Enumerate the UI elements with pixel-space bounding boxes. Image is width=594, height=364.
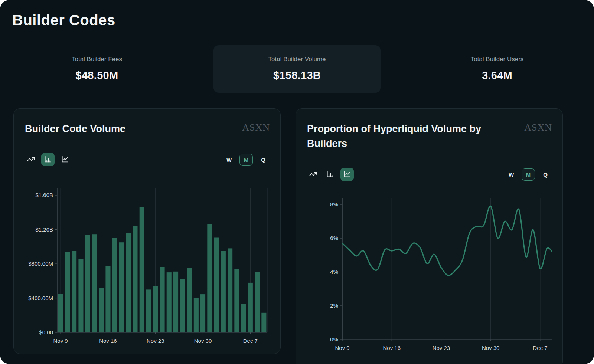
- stat-label: Total Builder Volume: [213, 56, 381, 63]
- range-group: W M Q: [222, 154, 270, 166]
- trend-view-button[interactable]: [306, 168, 320, 181]
- stats-row: Total Builder Fees $48.50M Total Builder…: [0, 45, 594, 93]
- asxn-watermark: ASXN: [242, 122, 270, 133]
- chart-toolbar: W M Q: [24, 153, 270, 166]
- volume-bar[interactable]: [146, 289, 151, 332]
- svg-text:Nov 16: Nov 16: [99, 338, 117, 344]
- proportion-line[interactable]: [342, 206, 552, 275]
- line-chart-icon: [61, 155, 69, 164]
- volume-bar[interactable]: [180, 279, 185, 333]
- svg-text:Nov 16: Nov 16: [383, 345, 401, 351]
- volume-bar[interactable]: [112, 238, 117, 332]
- volume-bar[interactable]: [221, 251, 226, 332]
- range-week-button[interactable]: W: [222, 154, 236, 166]
- panel-proportion-of-volume: Proportion of Hyperliquid Volume by Buil…: [296, 108, 563, 364]
- volume-bar[interactable]: [214, 238, 219, 333]
- svg-text:Nov 30: Nov 30: [482, 345, 500, 351]
- trend-view-button[interactable]: [24, 153, 37, 166]
- svg-text:Nov 9: Nov 9: [335, 345, 349, 351]
- volume-bar[interactable]: [187, 268, 192, 332]
- volume-bar[interactable]: [92, 234, 97, 332]
- range-month-button[interactable]: M: [522, 168, 535, 181]
- line-view-button[interactable]: [340, 168, 354, 181]
- bar-chart-icon: [44, 155, 52, 164]
- bar-view-button[interactable]: [41, 153, 55, 166]
- volume-bar[interactable]: [194, 298, 199, 332]
- svg-text:$400.00M: $400.00M: [28, 295, 53, 301]
- volume-bar[interactable]: [119, 242, 124, 332]
- volume-bar[interactable]: [58, 294, 63, 332]
- volume-bar[interactable]: [248, 283, 253, 332]
- stat-value: $158.13B: [213, 69, 381, 82]
- bar-chart-icon: [326, 170, 334, 179]
- volume-bar[interactable]: [261, 313, 266, 332]
- range-quarter-button[interactable]: Q: [539, 168, 552, 181]
- line-chart-icon: [343, 170, 351, 179]
- range-quarter-button[interactable]: Q: [257, 154, 270, 166]
- svg-text:$0.00: $0.00: [39, 329, 53, 335]
- chart-type-group: [24, 153, 72, 166]
- volume-bar[interactable]: [126, 233, 131, 332]
- volume-bar[interactable]: [228, 248, 232, 332]
- volume-bar[interactable]: [85, 235, 90, 333]
- svg-text:4%: 4%: [330, 269, 338, 275]
- svg-text:Nov 9: Nov 9: [53, 338, 68, 344]
- trending-up-icon: [309, 170, 317, 179]
- volume-bar[interactable]: [173, 272, 178, 332]
- stat-label: Total Builder Fees: [13, 56, 180, 63]
- stat-total-builder-fees[interactable]: Total Builder Fees $48.50M: [13, 45, 180, 93]
- svg-text:$1.20B: $1.20B: [35, 226, 53, 233]
- proportion-of-volume-chart[interactable]: 0%2%4%6%8%Nov 9Nov 16Nov 23Nov 30Dec 7: [306, 198, 552, 364]
- volume-bar[interactable]: [99, 288, 104, 332]
- svg-text:6%: 6%: [330, 235, 338, 241]
- bar-view-button[interactable]: [323, 168, 337, 181]
- volume-bar[interactable]: [207, 224, 212, 333]
- volume-bar[interactable]: [234, 269, 239, 332]
- volume-bar[interactable]: [133, 226, 137, 332]
- svg-text:Nov 23: Nov 23: [433, 345, 450, 351]
- svg-text:Nov 23: Nov 23: [147, 338, 164, 344]
- svg-text:Dec 7: Dec 7: [243, 338, 258, 344]
- volume-bar[interactable]: [105, 266, 110, 332]
- chart-toolbar: W M Q: [306, 168, 552, 181]
- range-group: W M Q: [505, 168, 552, 181]
- bars: [58, 207, 267, 332]
- volume-bar[interactable]: [72, 251, 76, 332]
- volume-bar[interactable]: [167, 272, 172, 332]
- volume-bar[interactable]: [241, 304, 246, 332]
- panels-row: Builder Code Volume ASXN W: [0, 108, 594, 364]
- panel-head: Proportion of Hyperliquid Volume by Buil…: [306, 118, 552, 151]
- builder-code-volume-chart[interactable]: $0.00$400.00M$800.00M$1.20B$1.60BNov 9No…: [24, 183, 270, 353]
- stat-total-builder-volume[interactable]: Total Builder Volume $158.13B: [213, 45, 381, 93]
- stats-divider: [397, 52, 397, 86]
- volume-bar[interactable]: [65, 252, 70, 332]
- volume-bar[interactable]: [153, 286, 158, 332]
- asxn-watermark: ASXN: [524, 122, 552, 133]
- panel-title: Builder Code Volume: [25, 121, 125, 136]
- range-month-button[interactable]: M: [239, 154, 253, 166]
- stat-value: $48.50M: [13, 69, 180, 82]
- svg-text:Nov 30: Nov 30: [194, 338, 212, 344]
- svg-text:2%: 2%: [330, 302, 338, 309]
- svg-text:Dec 7: Dec 7: [533, 345, 547, 351]
- app-container: Builder Codes Total Builder Fees $48.50M…: [0, 0, 594, 364]
- volume-bar[interactable]: [160, 267, 165, 332]
- stat-label: Total Builder Users: [414, 56, 581, 63]
- svg-text:$1.60B: $1.60B: [35, 192, 53, 198]
- panel-title: Proportion of Hyperliquid Volume by Buil…: [307, 121, 509, 151]
- svg-text:$800.00M: $800.00M: [28, 260, 53, 267]
- trending-up-icon: [27, 155, 35, 164]
- page-title: Builder Codes: [12, 11, 594, 29]
- stat-total-builder-users[interactable]: Total Builder Users 3.64M: [414, 45, 581, 93]
- volume-bar[interactable]: [78, 259, 83, 332]
- panel-head: Builder Code Volume ASXN: [24, 118, 270, 136]
- volume-bar[interactable]: [200, 294, 205, 332]
- svg-text:8%: 8%: [330, 201, 338, 207]
- volume-bar[interactable]: [255, 272, 260, 332]
- line-view-button[interactable]: [58, 153, 72, 166]
- range-week-button[interactable]: W: [505, 168, 518, 181]
- volume-bar[interactable]: [140, 207, 144, 332]
- panel-builder-code-volume: Builder Code Volume ASXN W: [13, 108, 281, 354]
- stats-divider: [197, 52, 197, 86]
- chart-type-group: [306, 168, 354, 181]
